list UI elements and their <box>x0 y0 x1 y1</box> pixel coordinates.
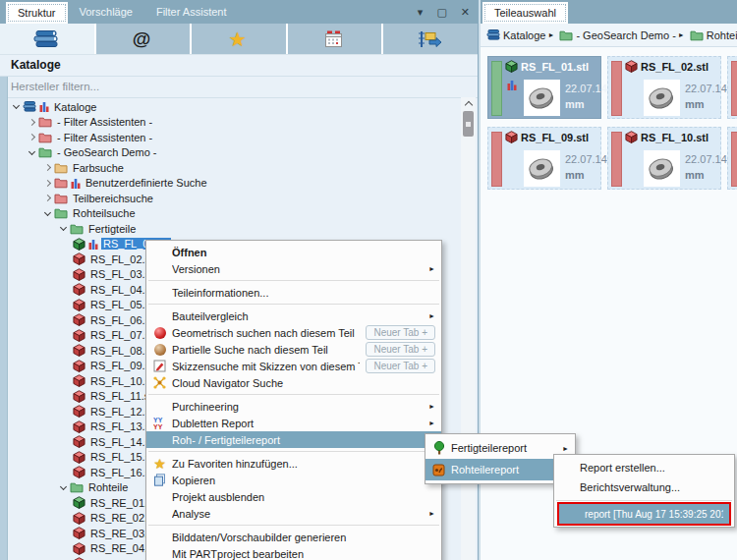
cube-red-icon <box>73 329 85 342</box>
menu-item-kopieren[interactable]: Kopieren <box>146 472 441 488</box>
scroll-up-icon[interactable] <box>461 97 476 109</box>
tab-struktur[interactable]: Struktur <box>6 2 68 24</box>
tree-scrollbar[interactable] <box>461 97 476 560</box>
menu-item-geometrisch-suchen-nach-diesem-teil[interactable]: Geometrisch suchen nach diesem TeilNeuer… <box>146 324 441 341</box>
cube-red-icon <box>625 60 638 73</box>
menu-item-bilddaten-vorschaubilder-generieren[interactable]: Bilddaten/Vorschaubilder generieren <box>146 529 441 545</box>
menu-item-purchineering[interactable]: Purchineering► <box>146 398 441 415</box>
part-unit: mm <box>565 98 585 110</box>
menu-item-icon-cell <box>150 376 172 389</box>
part-card-rs-fl-10-stl[interactable]: RS_FL_10.stl22.07.14mm <box>607 127 721 190</box>
tree-item-filter-assistenten[interactable]: - Filter Assistenten - <box>8 130 461 145</box>
expand-chevron-icon[interactable] <box>41 165 54 170</box>
washer-icon <box>525 152 557 185</box>
menu-item-zu-favoriten-hinzuf-gen[interactable]: ★Zu Favoriten hinzufügen... <box>146 455 441 472</box>
collapse-chevron-icon[interactable] <box>57 486 70 489</box>
tree-item-kataloge[interactable]: Kataloge <box>8 99 461 115</box>
breadcrumb-arrow-icon: ► <box>547 31 554 38</box>
toolbar-history-button[interactable] <box>383 24 478 54</box>
menu-item-icon-cell: YYYY <box>150 417 172 429</box>
tree-item-filter-assistenten[interactable]: - Filter Assistenten - <box>8 115 461 131</box>
tree-item-geosearch-demo[interactable]: - GeoSearch Demo - <box>8 145 461 161</box>
sphere-red-icon <box>154 327 166 339</box>
toolbar-catalogs-button[interactable] <box>0 24 94 54</box>
menu-item-bauteilvergleich[interactable]: Bauteilvergleich► <box>146 308 441 324</box>
tab-vorschl-ge[interactable]: Vorschläge <box>68 0 144 24</box>
neuer-tab-button[interactable]: Neuer Tab + <box>366 325 435 340</box>
expand-chevron-icon[interactable] <box>41 181 54 186</box>
part-card-rs-fl-01-stl[interactable]: RS_FL_01.stl22.07.14mm <box>487 56 601 119</box>
menu-item-berichtsverwaltung[interactable]: Berichtsverwaltung... <box>554 477 734 497</box>
menu-item-label: Projekt ausblenden <box>172 491 435 503</box>
menu-item-projekt-ausblenden[interactable]: Projekt ausblenden <box>146 488 441 505</box>
collapse-chevron-icon[interactable] <box>41 212 54 215</box>
cube-red-icon <box>73 283 85 296</box>
collapse-chevron-icon[interactable] <box>26 151 38 154</box>
section-title: Kataloge <box>0 55 478 77</box>
history-icon <box>418 30 441 48</box>
menu-item-report-thu-aug-17-15-39-25-2017[interactable]: report [Thu Aug 17 15:39:25 2017] <box>559 504 729 524</box>
menu-item-label: Fertigteilereport <box>451 442 556 454</box>
part-card-rs-fl-09-stl[interactable]: RS_FL_09.stl22.07.14mm <box>487 127 601 190</box>
menu-item-label: Teileinformationen... <box>172 287 435 299</box>
menu-window-button[interactable]: ▾ <box>418 0 424 24</box>
menu-item-mit-partproject-bearbeiten[interactable]: Mit PARTproject bearbeiten <box>146 545 441 560</box>
breadcrumb-item-kataloge[interactable]: Kataloge► <box>486 29 559 41</box>
menu-item-skizzensuche-mit-skizzen-von-diesem-teil[interactable]: Skizzensuche mit Skizzen von diesem Teil… <box>146 358 441 374</box>
menu-item-icon-cell <box>429 464 451 476</box>
toolbar-at-button[interactable]: @ <box>96 24 191 54</box>
breadcrumb-label: - GeoSearch Demo - <box>576 29 675 41</box>
menu-item-partielle-suche-nach-diesem-teil[interactable]: Partielle Suche nach diesem TeilNeuer Ta… <box>146 341 441 358</box>
neuer-tab-button[interactable]: Neuer Tab + <box>366 342 435 357</box>
tab-filter-assistent[interactable]: Filter Assistent <box>144 0 239 24</box>
menu-item-label: Report erstellen... <box>580 462 728 474</box>
expand-chevron-icon[interactable] <box>41 196 54 200</box>
collapse-chevron-icon[interactable] <box>57 227 70 230</box>
expand-chevron-icon[interactable] <box>26 120 38 125</box>
breadcrumb-item-geosearch-demo[interactable]: - GeoSearch Demo -► <box>559 29 689 41</box>
menu-item-label: Rohteilereport <box>451 464 556 476</box>
menu-item-roh-fertigteilereport[interactable]: Roh- / Fertigteilereport► <box>146 431 441 448</box>
menu-item-analyse[interactable]: Analyse► <box>146 505 441 522</box>
menu-item-icon-cell <box>150 327 172 339</box>
menu-separator <box>148 280 439 281</box>
part-card-rs-fl-02-stl[interactable]: RS_FL_02.stl22.07.14mm <box>607 56 721 119</box>
tree-item-fertigteile[interactable]: Fertigteile <box>8 221 461 237</box>
tree-item-rohteilsuche[interactable]: Rohteilsuche <box>8 206 461 222</box>
cube-red-icon <box>73 390 85 403</box>
toolbar-favorites-button[interactable]: ★ <box>192 24 286 54</box>
books-icon <box>486 29 500 40</box>
menu-item-label: Zu Favoriten hinzufügen... <box>172 458 435 470</box>
part-thumbnail <box>644 150 680 187</box>
menu-item-label: Dubletten Report <box>172 418 423 429</box>
part-thumbnail <box>524 150 560 187</box>
menu-item-teileinformationen[interactable]: Teileinformationen... <box>146 284 441 301</box>
manufacturer-filter-input[interactable]: Hersteller filtern... <box>0 77 478 98</box>
tree-item-benutzerdefinierte-suche[interactable]: Benutzerdefinierte Suche <box>8 176 461 192</box>
sketch-icon <box>153 360 166 372</box>
close-window-button[interactable]: ✕ <box>461 0 470 24</box>
part-card-partial[interactable] <box>727 127 737 190</box>
submenu-arrow-icon: ► <box>428 420 435 426</box>
folder-green-icon <box>559 29 573 41</box>
neuer-tab-button[interactable]: Neuer Tab + <box>366 359 435 373</box>
menu-item-ffnen[interactable]: Öffnen <box>146 244 441 260</box>
expand-chevron-icon[interactable] <box>26 135 38 140</box>
part-card-partial[interactable] <box>727 56 737 119</box>
menu-item-report-erstellen[interactable]: Report erstellen... <box>554 458 734 477</box>
tab-teileauswahl[interactable]: Teileauswahl <box>482 2 568 24</box>
breadcrumb-item-rohteilsuche[interactable]: Rohteilsuche► <box>690 29 737 41</box>
part-date: 22.07.14 <box>565 83 607 94</box>
menu-item-cloud-navigator-suche[interactable]: Cloud Navigator Suche <box>146 374 441 391</box>
menu-item-versionen[interactable]: Versionen► <box>146 260 441 277</box>
sphere-partial-icon <box>154 344 166 356</box>
collapse-chevron-icon[interactable] <box>10 105 23 108</box>
menu-item-label: Cloud Navigator Suche <box>172 377 435 389</box>
scrollbar-thumb[interactable] <box>463 111 474 137</box>
folder-green-icon <box>70 223 84 235</box>
maximize-window-button[interactable]: ▢ <box>436 0 446 24</box>
toolbar-calendar-button[interactable] <box>288 24 382 54</box>
menu-item-dubletten-report[interactable]: YYYYDubletten Report► <box>146 415 441 431</box>
tree-item-farbsuche[interactable]: Farbsuche <box>8 160 461 176</box>
tree-item-teilbereichsuche[interactable]: Teilbereichsuche <box>8 191 461 206</box>
